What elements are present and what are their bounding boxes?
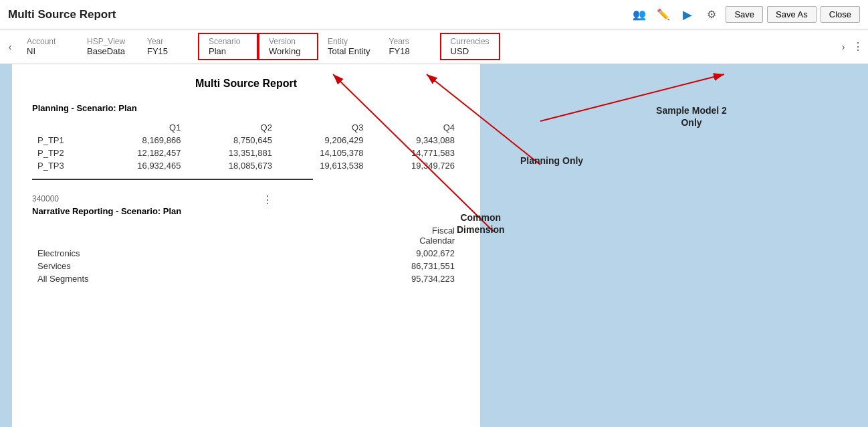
plan-cell-2-0: 16,932,465 <box>95 159 187 172</box>
plan-col-1: Q2 <box>186 121 278 134</box>
plan-row-label-2: P_TP3 <box>32 159 95 172</box>
plan-col-2: Q3 <box>278 121 369 134</box>
plan-cell-0-0: 8,169,866 <box>95 134 187 147</box>
plan-cell-1-2: 14,105,378 <box>278 147 369 159</box>
dim-value-entity: Total Entity <box>328 46 370 56</box>
plan-cell-0-1: 8,750,645 <box>186 134 278 147</box>
plan-cell-0-3: 9,343,088 <box>368 134 460 147</box>
nar-value-1: 86,731,551 <box>260 260 460 272</box>
dim-value-years: FY18 <box>389 46 410 56</box>
dim-more-button[interactable]: ⋮ <box>851 34 865 60</box>
sidebar-left <box>0 64 12 427</box>
nar-row-0: Electronics9,002,672 <box>32 247 460 260</box>
nar-label-0: Electronics <box>32 247 260 260</box>
nar-row-2: All Segments95,734,223 <box>32 272 460 285</box>
plan-cell-0-2: 9,206,429 <box>278 134 369 147</box>
plan-row-0: P_TP18,169,8668,750,6459,206,4299,343,08… <box>32 134 460 147</box>
dim-prev-button[interactable]: ‹ <box>3 34 17 60</box>
plan-row-1: P_TP212,182,45713,351,88114,105,37814,77… <box>32 147 460 159</box>
dim-label-hsp_view: HSP_View <box>87 37 125 46</box>
close-button[interactable]: Close <box>821 6 860 23</box>
dim-value-account: NI <box>27 46 35 56</box>
annotation-sample-model: Sample Model 2Only <box>527 104 856 129</box>
dim-value-currencies: USD <box>451 46 469 56</box>
plan-cell-2-3: 19,349,726 <box>368 159 460 172</box>
dim-item-currencies[interactable]: CurrenciesUSD <box>440 33 500 60</box>
content-area: Multi Source Report Planning - Scenario:… <box>12 64 856 427</box>
more-options-icon[interactable]: ⋮ <box>262 193 273 206</box>
narrative-table: FiscalCalendarElectronics9,002,672Servic… <box>32 224 460 285</box>
dim-label-years: Years <box>389 37 409 46</box>
planning-table: Q1Q2Q3Q4P_TP18,169,8668,750,6459,206,429… <box>32 121 460 172</box>
dim-item-year[interactable]: YearFY15 <box>138 34 198 59</box>
dim-item-account[interactable]: AccountNI <box>17 34 78 59</box>
edit-icon-btn[interactable]: ✏️ <box>653 5 673 24</box>
dimension-items: AccountNIHSP_ViewBaseDataYearFY15Scenari… <box>17 33 836 60</box>
plan-cell-1-1: 13,351,881 <box>186 147 278 159</box>
dim-label-entity: Entity <box>328 37 348 46</box>
col-empty <box>32 121 95 134</box>
gear-icon: ⚙ <box>707 8 716 21</box>
dim-label-currencies: Currencies <box>451 37 490 46</box>
nar-row-1: Services86,731,551 <box>32 260 460 272</box>
report-panel: Multi Source Report Planning - Scenario:… <box>12 64 480 427</box>
plan-row-label-1: P_TP2 <box>32 147 95 159</box>
plan-cell-2-2: 19,613,538 <box>278 159 369 172</box>
plan-row-label-0: P_TP1 <box>32 134 95 147</box>
dim-item-scenario[interactable]: ScenarioPlan <box>198 33 258 60</box>
edit-icon: ✏️ <box>657 8 670 21</box>
plan-row-2: P_TP316,932,46518,085,67319,613,53819,34… <box>32 159 460 172</box>
nar-col-header: FiscalCalendar <box>260 224 460 247</box>
people-icon: 👥 <box>633 8 646 21</box>
dim-value-version: Working <box>269 46 300 56</box>
nar-value-0: 9,002,672 <box>260 247 460 260</box>
plan-col-0: Q1 <box>95 121 187 134</box>
dim-label-year: Year <box>147 37 163 46</box>
people-icon-btn[interactable]: 👥 <box>629 5 649 24</box>
dim-next-button[interactable]: › <box>836 34 851 60</box>
annotation-planning-only: Planning Only <box>520 155 583 167</box>
app-title: Multi Source Report <box>8 8 116 21</box>
dimension-bar: ‹ AccountNIHSP_ViewBaseDataYearFY15Scena… <box>0 29 868 64</box>
plan-cell-1-3: 14,771,583 <box>368 147 460 159</box>
toolbar: 👥 ✏️ ▶ ⚙ Save Save As Close <box>629 5 860 24</box>
dim-item-hsp_view[interactable]: HSP_ViewBaseData <box>78 34 138 59</box>
settings-icon-btn[interactable]: ⚙ <box>701 5 722 24</box>
section-divider <box>32 179 313 180</box>
save-button[interactable]: Save <box>726 6 763 23</box>
save-as-button[interactable]: Save As <box>767 6 817 23</box>
dim-item-years[interactable]: YearsFY18 <box>380 34 440 59</box>
dim-label-version: Version <box>269 37 296 46</box>
dim-value-year: FY15 <box>147 46 168 56</box>
record-id: 340000 <box>32 194 59 203</box>
nar-label-1: Services <box>32 260 260 272</box>
dim-item-entity[interactable]: EntityTotal Entity <box>318 34 380 59</box>
planning-section-title: Planning - Scenario: Plan <box>32 103 460 113</box>
plan-col-3: Q4 <box>368 121 460 134</box>
plan-cell-2-1: 18,085,673 <box>186 159 278 172</box>
main-area: Multi Source Report Planning - Scenario:… <box>0 64 868 427</box>
report-title: Multi Source Report <box>32 78 460 90</box>
dim-label-scenario: Scenario <box>209 37 240 46</box>
nar-value-2: 95,734,223 <box>260 272 460 285</box>
play-icon-btn[interactable]: ▶ <box>677 5 697 24</box>
dim-value-hsp_view: BaseData <box>87 46 125 56</box>
play-icon: ▶ <box>683 7 692 22</box>
sidebar-right <box>856 64 868 427</box>
nar-col-empty <box>32 224 260 247</box>
dim-label-account: Account <box>27 37 56 46</box>
plan-cell-1-0: 12,182,457 <box>95 147 187 159</box>
nar-label-2: All Segments <box>32 272 260 285</box>
dim-item-version[interactable]: VersionWorking <box>258 33 318 60</box>
narrative-section-title: Narrative Reporting - Scenario: Plan <box>32 206 460 216</box>
dim-value-scenario: Plan <box>209 46 226 56</box>
arrow-sample-model <box>540 74 724 121</box>
